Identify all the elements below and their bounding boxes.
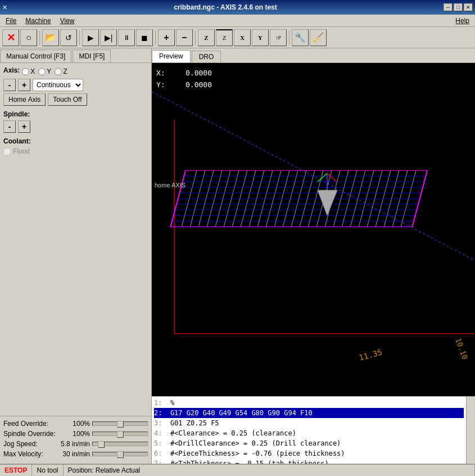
maximize-button[interactable]: □ [454, 3, 463, 11]
spindle-override-slider[interactable] [92, 432, 148, 436]
tab-preview[interactable]: Preview [152, 50, 191, 62]
open-button[interactable]: 📂 [42, 29, 59, 46]
axis-x-label: X [30, 68, 35, 75]
estop-button[interactable]: ✕ [2, 29, 19, 46]
home-axis-button[interactable]: Home Axis [3, 93, 46, 106]
flood-checkbox-item[interactable]: Flood [3, 147, 148, 155]
axis-label: Axis: [3, 66, 20, 74]
axis-y-radio[interactable]: Y [38, 68, 51, 75]
code-panel: 1: % 2: G17 G20 G40 G49 G54 G80 G90 G94 … [152, 396, 475, 464]
max-velocity-value: 30 in/min [59, 450, 90, 458]
flood-label: Flood [13, 147, 30, 155]
reload-button[interactable]: ↺ [60, 29, 77, 46]
code-scrollbar[interactable] [466, 397, 475, 464]
axis-x-input[interactable] [22, 68, 29, 75]
feed-override-label: Feed Override: [3, 420, 57, 428]
menu-file[interactable]: File [1, 16, 21, 26]
view-z2-button[interactable]: Z [216, 29, 233, 46]
zoom-in-button[interactable]: + [158, 29, 175, 46]
view-y-button[interactable]: Y [252, 29, 269, 46]
run-button[interactable]: ▶ [82, 29, 99, 46]
tab-mdi[interactable]: MDI [F5] [73, 50, 111, 62]
code-line-1: 1: % [154, 398, 464, 408]
status-bar: ESTOP No tool Position: Relative Actual [0, 464, 475, 476]
code-line-6: 6: #<PieceThickness> = -0.76 (piece thic… [154, 448, 464, 459]
spindle-minus-button[interactable]: - [3, 120, 16, 133]
menu-view[interactable]: View [56, 16, 79, 26]
pause2-button[interactable]: ⏸ [118, 29, 135, 46]
jog-control-row: - + Continuous [3, 79, 148, 91]
coolant-section: Coolant: Flood [3, 137, 148, 155]
sliders-section: Feed Override: 100% Spindle Override: 10… [0, 416, 151, 464]
main-content: Manual Control [F3] MDI [F5] Axis: X [0, 48, 475, 464]
minimize-button[interactable]: ─ [444, 3, 453, 11]
view-x-button[interactable]: X [234, 29, 251, 46]
code-line-7: 7: #<TabThickness> = -0.15 (tab thicknes… [154, 459, 464, 464]
jog-speed-value: 5.8 in/min [59, 440, 90, 448]
spindle-override-label: Spindle Override: [3, 430, 57, 438]
flood-checkbox[interactable] [3, 148, 11, 155]
max-velocity-row: Max Velocity: 30 in/min [3, 450, 148, 458]
close-button[interactable]: ✕ [464, 3, 473, 11]
menu-machine[interactable]: Machine [21, 16, 55, 26]
step-button[interactable]: ▶| [100, 29, 117, 46]
cnc-preview-canvas: 11.35 10.10 home AXIS [152, 63, 475, 396]
tab-dro[interactable]: DRO [192, 51, 221, 62]
status-position: Position: Relative Actual [64, 465, 476, 476]
max-velocity-thumb[interactable] [117, 451, 124, 458]
code-line-4: 4: #<Clearance> = 0.25 (clearance) [154, 428, 464, 438]
axis-row: Axis: X Y Z [3, 66, 148, 77]
tab-manual-control[interactable]: Manual Control [F3] [0, 50, 71, 62]
spindle-override-thumb[interactable] [117, 431, 124, 438]
feed-override-row: Feed Override: 100% [3, 420, 148, 428]
window-icon: ✕ [2, 4, 7, 11]
feed-override-slider[interactable] [92, 421, 148, 426]
axis-radio-group: X Y Z [22, 68, 67, 75]
zoom-out-button[interactable]: − [176, 29, 193, 46]
window-controls: ─ □ ✕ [444, 3, 473, 11]
menu-help[interactable]: Help [455, 17, 474, 25]
title-bar: ✕ cribbard.ngc - AXIS 2.4.6 on test ─ □ … [0, 0, 475, 15]
axis-y-label: Y [47, 68, 51, 75]
window-title: cribbard.ngc - AXIS 2.4.6 on test [7, 3, 444, 11]
max-velocity-slider[interactable] [92, 452, 148, 456]
jog-speed-row: Jog Speed: 5.8 in/min [3, 440, 148, 448]
preview-viewport[interactable]: X: 0.0000 Y: 0.0000 Z: 0.0000 Vel: 0.000… [152, 63, 475, 396]
feed-override-thumb[interactable] [117, 421, 124, 428]
max-velocity-label: Max Velocity: [3, 450, 57, 458]
svg-rect-0 [152, 92, 475, 367]
jog-plus-button[interactable]: + [18, 79, 30, 91]
view-z-button[interactable]: Z [198, 29, 215, 46]
toolbar-sep-1 [39, 30, 40, 45]
toolbar: ✕ ○ 📂 ↺ ▶ ▶| ⏸ ◼ + − Z Z X Y ↕P 🔧 🧹 [0, 27, 475, 48]
axis-z-input[interactable] [55, 68, 62, 75]
code-content: 1: % 2: G17 G20 G40 G49 G54 G80 G90 G94 … [152, 397, 475, 464]
spindle-plus-button[interactable]: + [18, 120, 30, 133]
toolbar-sep-5 [289, 30, 289, 45]
spindle-section: Spindle: - + [3, 110, 148, 133]
code-line-2: 2: G17 G20 G40 G49 G54 G80 G90 G94 F10 [154, 408, 464, 418]
view-p-button[interactable]: ↕P [270, 29, 287, 46]
axis-z-radio[interactable]: Z [55, 68, 67, 75]
spindle-override-value: 100% [59, 430, 90, 438]
jog-speed-label: Jog Speed: [3, 440, 57, 448]
jog-speed-slider[interactable] [92, 442, 148, 446]
status-tool: No tool [32, 465, 63, 476]
stop-button[interactable]: ◼ [136, 29, 153, 46]
feed-override-value: 100% [59, 420, 90, 428]
settings-button[interactable]: 🔧 [292, 29, 309, 46]
pause-button[interactable]: ○ [20, 29, 37, 46]
touch-off-button[interactable]: Touch Off [48, 93, 87, 106]
status-estop: ESTOP [0, 465, 32, 476]
right-panel: Preview DRO X: 0.0000 Y: 0.0000 Z: 0.000… [152, 48, 475, 464]
toolbar-sep-3 [155, 30, 156, 45]
axis-y-input[interactable] [38, 68, 46, 75]
svg-text:home AXIS: home AXIS [155, 182, 186, 188]
preview-tab-bar: Preview DRO [152, 48, 475, 63]
axis-x-radio[interactable]: X [22, 68, 35, 75]
coolant-label: Coolant: [3, 137, 148, 145]
clear-button[interactable]: 🧹 [310, 29, 327, 46]
jog-continuous-select[interactable]: Continuous [33, 79, 83, 91]
jog-minus-button[interactable]: - [3, 79, 16, 91]
jog-speed-thumb[interactable] [98, 441, 105, 448]
